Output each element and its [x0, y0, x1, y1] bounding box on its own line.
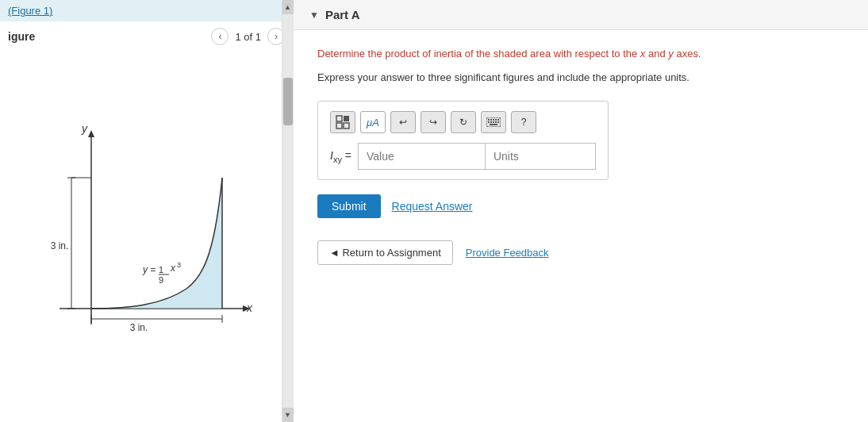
figure-label[interactable]: (Figure 1): [0, 0, 293, 21]
part-arrow-icon: ▼: [309, 10, 319, 21]
left-panel: (Figure 1) igure ‹ 1 of 1 › y x: [0, 0, 294, 422]
answer-box: μΑ ↩ ↪ ↻: [317, 101, 609, 180]
svg-rect-32: [488, 121, 490, 123]
right-panel: ▼ Part A Determine the product of inerti…: [294, 0, 868, 422]
figure-title: igure: [8, 30, 205, 43]
question-text-2: Express your answer to three significant…: [317, 70, 844, 86]
part-header: ▼ Part A: [294, 0, 868, 30]
content-area: Determine the product of inertia of the …: [294, 30, 868, 422]
svg-rect-25: [344, 123, 349, 129]
svg-rect-36: [497, 121, 499, 123]
figure-svg: y x 3 in. 3 in. y = 1: [36, 118, 258, 364]
svg-rect-22: [336, 116, 342, 121]
svg-rect-35: [495, 121, 497, 123]
figure-nav: igure ‹ 1 of 1 ›: [0, 21, 293, 52]
provide-feedback-button[interactable]: Provide Feedback: [466, 247, 549, 259]
svg-rect-29: [493, 119, 494, 121]
mu-button[interactable]: μΑ: [360, 111, 386, 133]
input-label: Ixy =: [330, 149, 351, 164]
keyboard-button[interactable]: [481, 111, 506, 133]
submit-row: Submit Request Answer: [317, 194, 844, 218]
toolbar: μΑ ↩ ↪ ↻: [330, 111, 596, 133]
svg-text:9: 9: [159, 275, 163, 285]
svg-text:3: 3: [177, 261, 181, 269]
svg-text:x: x: [246, 301, 253, 314]
svg-text:y =: y =: [142, 264, 156, 275]
help-button[interactable]: ?: [511, 111, 536, 133]
input-row: Ixy =: [330, 143, 596, 170]
svg-text:x: x: [170, 263, 176, 274]
part-title: Part A: [325, 8, 360, 21]
svg-rect-28: [490, 119, 492, 121]
svg-rect-24: [336, 123, 342, 129]
scroll-down-button[interactable]: ▼: [282, 408, 294, 422]
refresh-button[interactable]: ↻: [451, 111, 476, 133]
svg-text:3 in.: 3 in.: [50, 240, 68, 251]
scroll-thumb[interactable]: [283, 78, 293, 125]
svg-text:y: y: [81, 122, 88, 135]
value-input[interactable]: [358, 143, 485, 170]
keyboard-icon: [486, 117, 501, 127]
svg-marker-2: [88, 130, 94, 137]
x-variable: x: [640, 48, 646, 59]
svg-rect-34: [493, 121, 494, 123]
svg-text:3 in.: 3 in.: [129, 322, 148, 333]
bottom-row: ◄ Return to Assignment Provide Feedback: [317, 240, 844, 265]
redo-button[interactable]: ↪: [421, 111, 446, 133]
y-variable: y: [668, 48, 674, 59]
svg-rect-37: [490, 124, 497, 125]
scroll-up-button[interactable]: ▲: [282, 0, 294, 14]
matrix-icon: [336, 115, 350, 129]
submit-button[interactable]: Submit: [317, 194, 381, 218]
figure-area: y x 3 in. 3 in. y = 1: [0, 52, 293, 422]
scroll-track: [282, 14, 294, 408]
question-text-1: Determine the product of inertia of the …: [317, 46, 844, 62]
units-input[interactable]: [485, 143, 596, 170]
svg-rect-31: [497, 119, 499, 121]
and-text: and: [648, 48, 666, 59]
undo-button[interactable]: ↩: [390, 111, 416, 133]
matrix-button[interactable]: [330, 111, 355, 133]
axes-text: axes.: [676, 48, 701, 59]
svg-rect-23: [344, 116, 349, 121]
svg-rect-33: [490, 121, 492, 123]
figure-page: 1 of 1: [235, 31, 261, 43]
svg-rect-30: [495, 119, 497, 121]
svg-text:1: 1: [159, 265, 163, 274]
svg-rect-27: [488, 119, 490, 121]
request-answer-button[interactable]: Request Answer: [392, 200, 473, 213]
prev-figure-button[interactable]: ‹: [211, 28, 229, 45]
return-assignment-button[interactable]: ◄ Return to Assignment: [317, 240, 453, 265]
scrollbar[interactable]: ▲ ▼: [282, 0, 293, 422]
